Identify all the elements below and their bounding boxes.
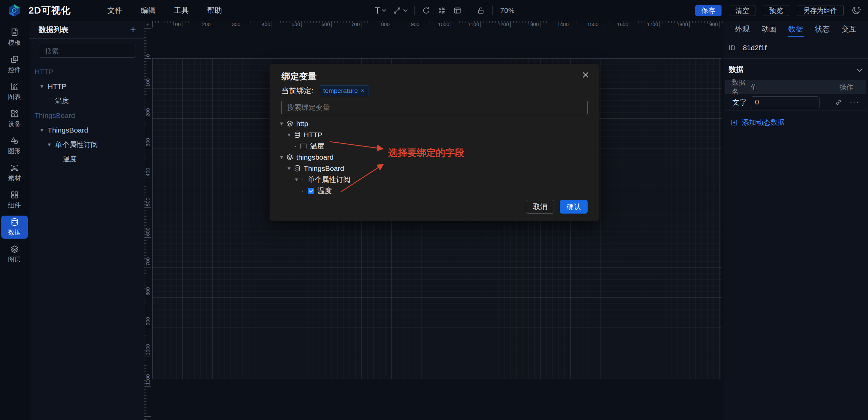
- ruler-tick: [144, 386, 151, 387]
- data-list-search-input[interactable]: [45, 47, 135, 55]
- ruler-tick: [144, 67, 146, 67]
- ruler-tick: [144, 97, 146, 97]
- ruler-tick: [144, 214, 146, 214]
- data-list-search[interactable]: [39, 45, 136, 58]
- data-source-group[interactable]: HTTP: [29, 64, 144, 79]
- dialog-footer: 取消 确认: [526, 200, 588, 214]
- menu-item-3[interactable]: 帮助: [207, 5, 222, 16]
- data-section-header[interactable]: 数据: [723, 59, 868, 80]
- ruler-label: 900: [399, 21, 419, 27]
- bind-search-box[interactable]: [281, 100, 588, 115]
- line-tool-button[interactable]: [393, 6, 407, 15]
- data-source-tree-item[interactable]: ▼单个属性订阅: [29, 137, 144, 152]
- layout-icon[interactable]: [453, 6, 461, 15]
- tree-item-label: 温度: [55, 96, 69, 105]
- tab-动画[interactable]: 动画: [762, 21, 776, 37]
- fit-screen-icon[interactable]: [438, 6, 446, 15]
- data-source-tree-item[interactable]: ▼HTTP: [29, 79, 144, 94]
- chevron-down-icon[interactable]: [857, 67, 862, 72]
- caret-down-icon[interactable]: ▼: [294, 177, 299, 182]
- data-source-tree-item[interactable]: 温度: [29, 94, 144, 108]
- ruler-tick: [144, 309, 146, 309]
- toolbar-divider: [492, 6, 493, 15]
- bind-tree-item[interactable]: ·温度: [270, 185, 457, 196]
- bind-tree-item[interactable]: ▼ThingsBoard: [270, 163, 457, 174]
- sidebar-item-chart[interactable]: 图表: [1, 80, 28, 103]
- ruler-label: 1600: [608, 21, 628, 27]
- sidebar-item-shape[interactable]: 图形: [1, 134, 28, 157]
- cancel-button[interactable]: 取消: [526, 200, 554, 214]
- add-data-source-button[interactable]: +: [130, 25, 136, 34]
- add-dynamic-data-link[interactable]: 添加动态数据: [731, 118, 868, 127]
- caret-down-icon[interactable]: ▼: [287, 165, 292, 171]
- ruler-tick: [144, 181, 146, 181]
- refresh-icon[interactable]: [422, 6, 430, 15]
- sidebar-item-template[interactable]: 模板: [1, 26, 28, 49]
- menu-item-1[interactable]: 编辑: [141, 5, 156, 16]
- ruler-tick: [245, 21, 245, 23]
- toolbar-divider: [414, 6, 415, 15]
- ruler-tick: [144, 222, 146, 223]
- caret-down-icon[interactable]: ▼: [279, 121, 284, 126]
- ruler-tick: [144, 273, 146, 274]
- field-checkbox-unchecked[interactable]: [300, 143, 307, 149]
- ruler-tick: [144, 368, 146, 369]
- close-icon[interactable]: [581, 71, 590, 79]
- ruler-tick: [242, 21, 242, 27]
- remove-tag-icon[interactable]: ×: [361, 87, 364, 94]
- ruler-tick: [630, 21, 630, 27]
- tab-状态[interactable]: 状态: [815, 21, 830, 37]
- ruler-tick: [144, 189, 146, 190]
- data-source-tree-item[interactable]: 温度: [29, 152, 144, 166]
- text-tool-label: T: [375, 6, 380, 16]
- bind-tree-item[interactable]: ▼http: [270, 118, 457, 129]
- tab-交互[interactable]: 交互: [842, 21, 856, 37]
- data-source-tree-item[interactable]: ▼ThingsBoard: [29, 123, 144, 137]
- sidebar-item-component[interactable]: 组件: [1, 188, 28, 212]
- sidebar-item-media[interactable]: 素材: [1, 161, 28, 184]
- menu-item-2[interactable]: 工具: [174, 5, 189, 16]
- data-table-row: 文字 ···: [725, 94, 866, 111]
- more-options-button[interactable]: ···: [850, 98, 859, 107]
- bind-variable-dialog: 绑定变量 当前绑定: temperature × ▼http▼HTTP·温度▼t…: [270, 64, 599, 221]
- ruler-label: 1000: [145, 344, 151, 355]
- ruler-tick: [144, 148, 151, 148]
- ruler-tick: [185, 21, 185, 23]
- caret-down-icon[interactable]: ▼: [47, 142, 52, 147]
- annotation-text: 选择要绑定的字段: [388, 146, 464, 159]
- data-source-group[interactable]: ThingsBoard: [29, 108, 144, 123]
- unlock-icon[interactable]: [477, 6, 485, 15]
- sidebar-item-layers[interactable]: 图层: [1, 243, 28, 266]
- bind-tree-item[interactable]: ▼HTTP: [270, 129, 457, 140]
- bind-search-input[interactable]: [282, 103, 587, 112]
- tree-item-label: ThingsBoard: [48, 126, 88, 134]
- data-value-input[interactable]: [751, 96, 820, 108]
- caret-down-icon[interactable]: ▼: [287, 132, 292, 138]
- caret-down-icon[interactable]: ▼: [279, 154, 284, 160]
- theme-toggle-moon-icon[interactable]: [851, 5, 861, 16]
- sidebar-item-device[interactable]: 设备: [1, 107, 28, 130]
- ruler-tick: [144, 336, 146, 336]
- field-checkbox-checked[interactable]: [308, 188, 314, 194]
- ruler-tick: [397, 21, 397, 23]
- caret-down-icon[interactable]: ▼: [39, 127, 44, 133]
- zoom-level[interactable]: 70%: [500, 6, 514, 15]
- save-as-component-button[interactable]: 另存为组件: [797, 5, 844, 16]
- menu-item-0[interactable]: 文件: [107, 5, 122, 16]
- caret-down-icon[interactable]: ▼: [39, 83, 44, 89]
- confirm-button[interactable]: 确认: [560, 200, 588, 214]
- preview-button[interactable]: 预览: [763, 5, 789, 16]
- sidebar-item-widget[interactable]: 控件: [1, 53, 28, 76]
- leaf-dot: ·: [301, 186, 304, 195]
- bind-tree-item[interactable]: ▼·单个属性订阅: [270, 174, 457, 185]
- save-button[interactable]: 保存: [695, 5, 722, 16]
- layers-icon: [10, 245, 19, 254]
- link-icon[interactable]: [835, 99, 842, 106]
- sidebar-item-label: 素材: [8, 174, 21, 183]
- tab-数据[interactable]: 数据: [788, 21, 803, 37]
- tree-item-label: ThingsBoard: [29, 112, 75, 120]
- text-tool-button[interactable]: T: [375, 6, 386, 16]
- tab-外观[interactable]: 外观: [735, 21, 750, 37]
- clear-button[interactable]: 清空: [729, 5, 755, 16]
- sidebar-item-database[interactable]: 数据: [1, 216, 28, 239]
